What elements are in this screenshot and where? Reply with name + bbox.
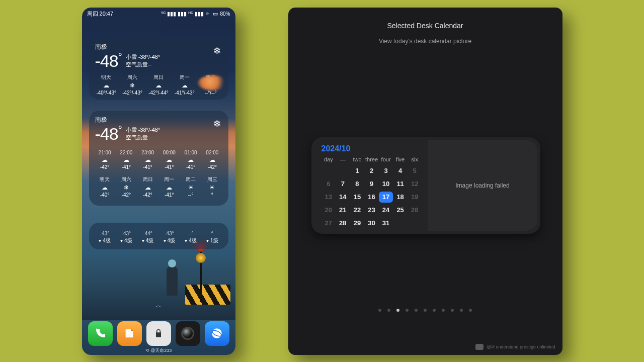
calendar-day[interactable]: 14 — [336, 192, 350, 203]
calendar-day[interactable] — [321, 165, 336, 176]
calendar-day[interactable]: 19 — [408, 192, 422, 203]
page-dot[interactable] — [442, 309, 445, 312]
page-dots[interactable] — [378, 309, 472, 312]
page-dot[interactable] — [415, 309, 418, 312]
calendar-day[interactable]: 17 — [379, 192, 393, 203]
calendar-day[interactable]: 29 — [350, 218, 365, 229]
notes-app-icon[interactable] — [117, 321, 142, 346]
phone-app-icon[interactable] — [88, 321, 113, 346]
calendar-day[interactable] — [408, 218, 422, 229]
calendar-day[interactable]: 25 — [393, 205, 408, 216]
calendar-day[interactable]: 22 — [350, 205, 365, 216]
calendar-widget-preview[interactable]: 2024/10 day—twothreefourfivesix 12345678… — [311, 137, 540, 234]
page-dot[interactable] — [396, 309, 399, 312]
wind-cell: --°▾ 4级 — [181, 231, 201, 244]
page-dot[interactable] — [406, 309, 409, 312]
panel-title: Selected Desk Calendar — [288, 8, 562, 30]
calendar-day[interactable]: 26 — [408, 205, 422, 216]
calendar-grid: 1234567891011121314151617181920212223242… — [321, 165, 422, 229]
wind-cell: -44°▾ 4级 — [138, 231, 157, 244]
home-indicator-up-icon[interactable]: ︿ — [155, 301, 162, 310]
calendar-day[interactable]: 4 — [393, 165, 408, 176]
forecast-cell: 周二 ☀ --° — [181, 176, 201, 198]
calendar-day[interactable]: 5 — [408, 165, 422, 176]
page-dot[interactable] — [460, 309, 463, 312]
calendar-day[interactable]: 24 — [379, 205, 393, 216]
snowflake-icon: ❄ — [213, 118, 221, 130]
calendar-day[interactable]: 12 — [408, 178, 422, 190]
page-dot[interactable] — [433, 309, 436, 312]
wind-cell: °▾ 1级 — [202, 231, 222, 244]
hourly-forecast-row: 21:00 ☁ -42° 22:00 ☁ -41° 23:00 ☁ -41° 0… — [95, 150, 222, 170]
calendar-day[interactable]: 13 — [321, 192, 336, 203]
page-dot[interactable] — [424, 309, 427, 312]
wind-row: -43°▾ 4级-43°▾ 4级-44°▾ 4级-43°▾ 4级--°▾ 4级°… — [95, 231, 222, 244]
page-dot[interactable] — [387, 309, 390, 312]
current-condition: 小雪 -38°/-48°空气质量-- — [126, 126, 160, 142]
calendar-day[interactable]: 27 — [321, 218, 336, 229]
forecast-cell: 明天 ☁ -40°/-43° — [95, 74, 118, 96]
calendar-day[interactable]: 2 — [364, 165, 379, 176]
forecast-cell: 周六 ❄ -42° — [116, 176, 136, 198]
calendar-weekday-row: day—twothreefourfivesix — [321, 156, 422, 162]
page-dot[interactable] — [451, 309, 454, 312]
calendar-day[interactable]: 30 — [364, 218, 379, 229]
image-fail-text: Image loading failed — [455, 182, 509, 189]
calendar-day[interactable]: 9 — [364, 178, 379, 190]
weather-widget-wind[interactable]: -43°▾ 4级-43°▾ 4级-44°▾ 4级-43°▾ 4级--°▾ 4级°… — [89, 223, 228, 249]
calendar-day[interactable]: 15 — [350, 192, 365, 203]
forecast-cell: 明天 ☁ -40° — [95, 176, 115, 198]
current-condition: 小雪 -38°/-48°空气质量-- — [126, 53, 160, 69]
wind-cell: -43°▾ 4级 — [116, 231, 136, 244]
browser-app-icon[interactable] — [205, 321, 229, 346]
calendar-image-slot: Image loading failed — [428, 140, 537, 231]
calendar-day[interactable]: 31 — [379, 218, 393, 229]
calendar-day[interactable] — [336, 165, 350, 176]
battery-percent: 80% — [220, 11, 230, 17]
calendar-day[interactable]: 21 — [336, 205, 350, 216]
battery-icon: ▭ — [213, 11, 218, 17]
page-dot[interactable] — [469, 309, 472, 312]
calendar-day[interactable]: 1 — [350, 165, 365, 176]
calendar-day[interactable]: 8 — [350, 178, 365, 190]
calendar-day[interactable]: 10 — [379, 178, 393, 190]
forecast-cell: 周二 ☀ --°/--° — [199, 74, 222, 96]
phone-home-screen: 周四 20:47 ⁵ᴳ ▮▮▮ ▮▮▮ ᴴᴰ ▮▮▮ ᯤ ▭ 80% 南极 ❄ … — [82, 8, 235, 355]
lock-app-icon[interactable] — [146, 321, 171, 346]
forecast-cell: 周一 ☁ -41° — [159, 176, 179, 198]
forecast-cell: 周三 ☀ ° — [202, 176, 222, 198]
wallpaper-signal — [187, 242, 214, 302]
calendar-day[interactable]: 28 — [336, 218, 350, 229]
forecast-cell: 23:00 ☁ -41° — [138, 150, 157, 170]
current-temp: -48° — [95, 124, 122, 144]
weather-widget-hourly[interactable]: 南极 ❄ -48° 小雪 -38°/-48°空气质量-- 21:00 ☁ -42… — [89, 111, 228, 206]
forecast-cell: 22:00 ☁ -41° — [116, 150, 136, 170]
calendar-day[interactable]: 6 — [321, 178, 336, 190]
forecast-cell: 周日 ☁ -42°/-44° — [147, 74, 170, 96]
status-signal-icons: ⁵ᴳ ▮▮▮ ▮▮▮ ᴴᴰ ▮▮▮ ᯤ — [161, 11, 211, 17]
forecast-cell: 02:00 ☁ -42° — [202, 150, 222, 170]
calendar-month: 2024/10 — [321, 144, 422, 153]
forecast-cell: 00:00 ☁ -41° — [159, 150, 179, 170]
forecast-cell: 01:00 ☁ -41° — [181, 150, 201, 170]
panel-subtitle: View today's desk calendar picture — [288, 38, 562, 45]
weather-location: 南极 — [95, 116, 222, 124]
calendar-day[interactable]: 11 — [393, 178, 408, 190]
calendar-day[interactable]: 23 — [364, 205, 379, 216]
calendar-day[interactable]: 20 — [321, 205, 336, 216]
wind-cell: -43°▾ 4级 — [159, 231, 179, 244]
daily-forecast-row: 明天 ☁ -40°/-43° 周六 ❄ -42°/-43° 周日 ☁ -42°/… — [95, 74, 222, 96]
calendar-day[interactable] — [393, 218, 408, 229]
calendar-day[interactable]: 16 — [364, 192, 379, 203]
camera-app-icon[interactable] — [176, 321, 200, 346]
status-time: 周四 20:47 — [87, 10, 114, 18]
weather-widget-daily[interactable]: 南极 ❄ -48° 小雪 -38°/-48°空气质量-- 明天 ☁ -40°/-… — [89, 38, 228, 100]
weather-location: 南极 — [95, 43, 222, 51]
forecast-cell: 周日 ☁ -42° — [138, 176, 157, 198]
wind-cell: -43°▾ 4级 — [95, 231, 115, 244]
forecast-cell: 21:00 ☁ -42° — [95, 150, 115, 170]
page-dot[interactable] — [378, 309, 381, 312]
calendar-day[interactable]: 18 — [393, 192, 408, 203]
calendar-day[interactable]: 3 — [379, 165, 393, 176]
calendar-day[interactable]: 7 — [336, 178, 350, 190]
